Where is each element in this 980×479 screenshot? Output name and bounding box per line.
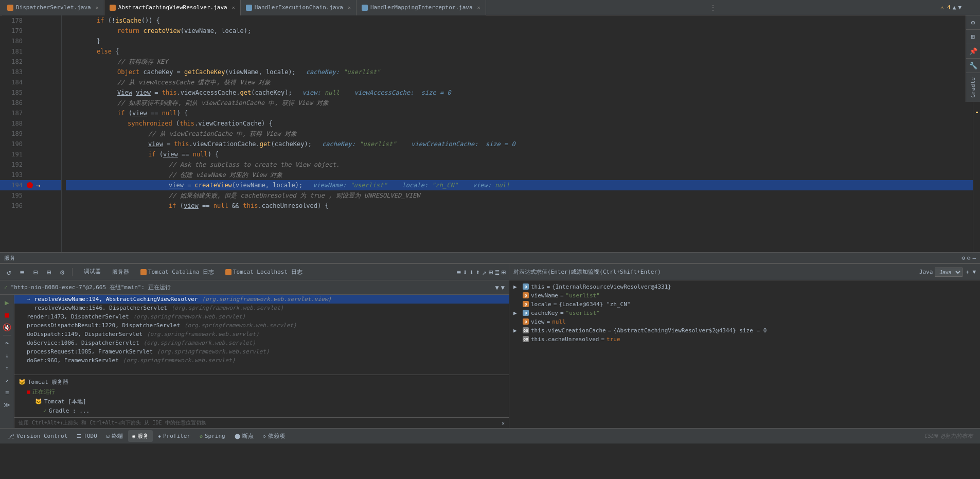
right-icon-2[interactable]: ⊞ [966,30,981,44]
var-locale[interactable]: p locale = {Locale@6344} "zh_CN" [511,300,978,309]
java-label: Java [919,269,933,275]
code-line-188: synchronized (this.viewCreationCache) { [66,118,973,129]
code-line-178: if (!isCache()) { [66,15,973,26]
stack-frame-1[interactable]: resolveViewName:1546, DispatcherServlet … [14,304,509,312]
step-icon-5[interactable]: ↗ [482,268,486,276]
right-icon-4[interactable]: 🔧 [966,59,981,73]
expand-locale[interactable] [513,301,521,308]
stack-frame-2[interactable]: render:1473, DispatcherServlet (org.spri… [14,312,509,321]
breakpoint-194[interactable] [26,182,34,188]
filter-icon[interactable]: ▼ [495,284,499,291]
tab-service[interactable]: ◉ 服务 [128,430,153,442]
variables-label: 对表达式求值(Enter)或添加监视(Ctrl+Shift+Enter) [513,268,661,276]
stack-frame-5[interactable]: doService:1006, DispatcherServlet (org.s… [14,339,509,347]
expand-this[interactable]: ▶ [513,283,521,290]
step-icon-3[interactable]: ⬇ [469,268,473,276]
right-icon-1[interactable]: ⚙ [966,15,981,30]
frame-pkg-4: (org.springframework.web.servlet) [147,331,259,338]
table-icon[interactable]: ⊞ [489,268,493,276]
resume-btn[interactable]: ▶ [2,297,13,308]
java-select[interactable]: Java [935,268,963,277]
tab-tomcat-catalina[interactable]: Tomcat Catalina 日志 [135,267,219,277]
tab-dispatcher[interactable]: DispatcherServlet.java ✕ [2,0,104,15]
filter-down-icon[interactable]: ▼ [501,284,505,291]
warning-nav-up[interactable]: ▲ [953,4,956,11]
tab-close-handlerchain[interactable]: ✕ [348,5,351,10]
stack-frame-6[interactable]: processRequest:1085, FrameworkServlet (o… [14,347,509,356]
tab-overflow[interactable]: ⋮ [706,4,720,11]
tab-debugger[interactable]: 调试器 [79,267,106,277]
tab-server[interactable]: 服务器 [107,267,134,277]
tree-tomcat-server[interactable]: 🐱 Tomcat 服务器 [19,377,505,387]
var-viewname[interactable]: p viewName = "userlist" [511,291,978,300]
expand-viewcreationcache[interactable]: ▶ [513,327,521,334]
step-icon-4[interactable]: ⬆ [476,268,480,276]
layout-icon[interactable]: ≣ [495,268,499,276]
step-icon-1[interactable]: ≡ [457,268,461,276]
filter-btn[interactable]: ⊞ [43,267,55,278]
tab-abstractcaching[interactable]: AbstractCachingViewResolver.java ✕ [104,0,241,15]
tab-handlerchain[interactable]: HandlerExecutionChain.java ✕ [241,0,357,15]
service-gear-icon[interactable]: ⚙ [967,255,971,261]
service-close-icon[interactable]: — [972,255,976,261]
more-icon[interactable]: ⊞ [502,268,506,276]
var-val-cachekey: "userlist" [566,310,600,316]
step-out-btn[interactable]: ↑ [2,362,13,374]
filter-hint-text: 使用 Ctrl+Alt+↑上箭头 和 Ctrl+Alt+↓向下箭头 从 IDE … [19,419,206,427]
service-settings-icon[interactable]: ⚙ [961,255,965,261]
debug-left-panel: ↺ ≡ ⊟ ⊞ ⚙ 调试器 服务器 Tomcat Catalina 日志 Tom… [0,264,509,428]
tab-handlermapping[interactable]: HandlerMappingInterceptor.java ✕ [357,0,486,15]
tree-tomcat-local[interactable]: 🐱 Tomcat [本地] [19,397,505,406]
expand-btn[interactable]: ≡ [16,267,28,278]
var-viewcreationcache[interactable]: ▶ oo this.viewCreationCache = {AbstractC… [511,326,978,335]
stack-frame-3[interactable]: processDispatchResult:1220, DispatcherSe… [14,321,509,330]
expand-cacheunresolved[interactable] [513,336,521,343]
tab-profiler[interactable]: ◈ Profiler [154,431,194,441]
step-over-btn[interactable]: ↷ [2,338,13,349]
tab-close-abstractcaching[interactable]: ✕ [232,5,235,10]
expand-cachekey[interactable]: ▶ [513,310,521,316]
var-val-locale: {Locale@6344} "zh_CN" [559,301,630,308]
var-cachekey[interactable]: ▶ p cacheKey = "userlist" [511,309,978,317]
collapse-btn[interactable]: ⊟ [30,267,41,278]
more-btn[interactable]: ≫ [2,399,13,411]
variables-label-area: 对表达式求值(Enter)或添加监视(Ctrl+Shift+Enter) [513,268,661,276]
settings-btn[interactable]: ⚙ [57,267,68,278]
tab-close-dispatcher[interactable]: ✕ [96,5,99,10]
tab-terminal[interactable]: ⊡ 终端 [102,430,127,442]
step-icon-2[interactable]: ⬇ [463,268,467,276]
evaluate-btn[interactable]: ≡ [2,387,13,398]
stack-frame-0[interactable]: → resolveViewName:194, AbstractCachingVi… [14,295,509,304]
tab-dependency[interactable]: ◇ 依赖项 [259,430,289,442]
mute-btn[interactable]: 🔇 [2,322,13,333]
watch-settings-icon[interactable]: ▼ [972,269,976,275]
server-tree-section: 🐱 Tomcat 服务器 ■ 正在运行 🐱 Tomcat [本地] ✓ Grad… [14,375,509,417]
tab-todo[interactable]: ☰ TODO [73,431,101,441]
tab-tomcat-localhost[interactable]: Tomcat Localhost 日志 [220,267,308,277]
stack-frame-4[interactable]: doDispatch:1149, DispatcherServlet (org.… [14,330,509,339]
var-cacheunresolved[interactable]: oo this.cacheUnresolved = true [511,335,978,344]
tab-spring[interactable]: ✿ Spring [195,431,229,441]
restart-btn[interactable]: ↺ [3,267,14,278]
tab-version-control[interactable]: ⎇ Version Control [3,431,72,442]
tree-running[interactable]: ■ 正在运行 [19,387,505,397]
frame-method-5: doService:1006, DispatcherServlet [27,340,139,346]
run-to-cursor-btn[interactable]: ↗ [2,375,13,386]
var-this[interactable]: ▶ p this = {InternalResourceViewResolver… [511,282,978,291]
tab-breakpoint[interactable]: ⬤ 断点 [230,430,258,442]
warning-nav-down[interactable]: ▼ [958,4,961,11]
tree-gradle[interactable]: ✓ Gradle : ... [19,406,505,415]
stack-frame-7[interactable]: doGet:960, FrameworkServlet (org.springf… [14,356,509,365]
tab-close-handlermapping[interactable]: ✕ [477,5,480,10]
filter-close-icon[interactable]: ✕ [502,420,505,426]
step-into-btn[interactable]: ↓ [2,350,13,361]
var-icon-view: p [523,318,529,325]
gradle-label[interactable]: Gradle [970,73,976,102]
expand-viewname[interactable] [513,292,521,299]
right-icon-3[interactable]: 📌 [966,44,981,59]
add-watch-icon[interactable]: ＋ [965,268,970,276]
var-view[interactable]: p view = null [511,317,978,326]
expand-view[interactable] [513,318,521,325]
line-num-187: 187 [0,108,26,118]
stop-btn[interactable]: ■ [2,309,13,321]
